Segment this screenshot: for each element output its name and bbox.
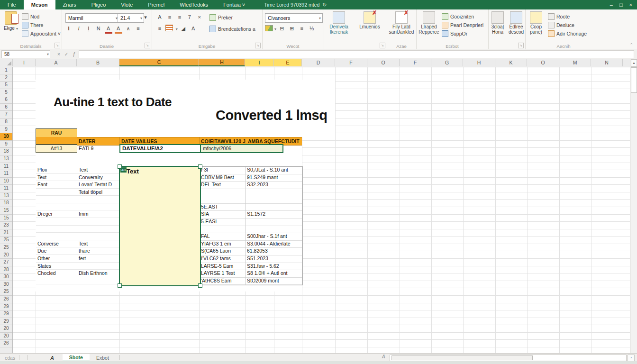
conditional-formatting-button[interactable]: DemvelaIkerenak [325,11,353,35]
cell-datevalue-formula[interactable]: DATEVALUF/A2 [119,144,202,153]
editing-item-adir[interactable]: Adir Chonage [548,29,587,38]
cells-item-peari[interactable]: Peari Denprieri [442,21,483,29]
underline-button[interactable]: I [85,25,92,32]
cell-b-row3[interactable]: Tetal tlöpel [79,189,102,196]
cells-item-gooizniten[interactable]: Gooizniten [442,12,483,21]
row-header-26[interactable]: 26 [0,340,12,347]
row-header-13[interactable]: 13 [0,155,12,163]
tab-split-handle[interactable]: A [382,354,385,359]
cell-v-row1[interactable]: 91.S249 mant [247,174,278,181]
column-header-N-16[interactable]: N [591,59,623,66]
column-header-D-7[interactable]: D [302,59,335,66]
row-header-27[interactable]: 27 [0,259,12,266]
font-more-button[interactable]: ≡ [134,25,142,32]
cell-a-row10[interactable]: Converse [37,240,59,247]
cell-b-row12[interactable]: fert [79,255,86,262]
cell-h-row2[interactable]: DEL Text [201,181,221,188]
vertical-scrollbar[interactable]: ▲ [630,59,637,353]
cell-h-row9[interactable]: FAL [201,233,210,240]
fill-style-icon[interactable] [265,25,273,31]
cell-v-row15[interactable]: StO2009 mont [247,277,279,284]
clipboard-item-appocistont[interactable]: Appocistont ˅ [22,29,61,38]
text-icon[interactable]: A [190,25,197,32]
cell-b-row11[interactable]: thare [79,247,90,255]
cell-a-row12[interactable]: Other [37,255,50,262]
cell-date-result[interactable]: mfochy/2006 [200,144,283,153]
cell-v-row14[interactable]: S8 1.0l¢ + Autl ont [247,270,288,277]
cell-h-row5[interactable]: 5E.AST [201,203,218,210]
row-header-7[interactable]: 7 [0,111,12,118]
row-header-23[interactable]: 23 [0,222,12,229]
row-header-18[interactable]: 18 [0,200,12,207]
sort-button[interactable]: 3cloa|Hona [489,11,507,35]
row-header-20[interactable]: 20 [0,325,12,333]
cell-v-row2[interactable]: S32.2023 [247,181,268,188]
editing-item-desiuce[interactable]: Desiuce [548,21,587,29]
sheet-tab-a[interactable]: A [50,355,54,361]
align-top-button[interactable]: A [156,13,164,21]
row-header-8[interactable]: 8 [0,118,12,126]
row-header-11[interactable]: 11 [0,170,12,178]
row-header-9[interactable]: 9 [0,141,12,148]
dialog-launcher-icon[interactable]: ↘ [518,43,524,48]
align-bottom-button[interactable]: ≡ [176,13,183,21]
enter-icon[interactable]: ✓ [63,52,70,57]
row-header-21[interactable]: 21 [0,229,12,237]
align-middle-button[interactable]: ≡ [166,13,173,21]
fill-color-button[interactable]: A [115,25,122,34]
selection-handle[interactable] [118,164,122,169]
format-as-table-button[interactable]: Lmuenios [354,11,385,30]
cell-h-row1[interactable]: CDBV.M9 Best [201,174,234,181]
menu-tab-fontaia[interactable]: Fontaia ˅ [216,0,253,9]
number-format-select[interactable]: Clvanoers▾ [265,13,323,23]
row-header-5[interactable]: 5 [0,89,12,97]
cell-a-row14[interactable]: Chocled [37,270,56,277]
insert-button[interactable]: LlrapedRepperce [417,11,441,35]
cell-rau[interactable]: RAU [36,128,77,137]
cell-b-row2[interactable]: Lovan' Tertat D [79,181,112,188]
cell-a13[interactable]: A#13 [36,145,77,153]
autosum-button[interactable]: Cooppane) [526,11,546,35]
column-header-E-6[interactable]: E [274,59,302,66]
clipboard-item-there[interactable]: There [22,21,61,29]
cell-v-row9[interactable]: S00Jhar - S.1f ant [247,233,287,240]
column-header-M-15[interactable]: M [559,59,591,66]
find-button[interactable]: Edlreedescod [507,11,525,35]
row-header-10[interactable]: 10 [0,178,12,185]
row-header-25[interactable]: 25 [0,288,12,296]
collapse-ribbon-icon[interactable]: ⌃ [629,43,633,47]
dialog-launcher-icon[interactable]: ↘ [55,43,60,48]
comma-icon[interactable]: ≡ [298,25,306,32]
row-header-9[interactable]: 9 [0,126,12,134]
menu-tab-znars[interactable]: Znars [55,0,84,9]
cancel-icon[interactable]: × [55,52,63,57]
row-header-2[interactable]: 2 [0,74,12,82]
scroll-right-icon[interactable]: › [628,355,635,362]
dialog-launcher-icon[interactable]: ↘ [255,43,261,48]
decimal-icon[interactable]: ⅓ [308,25,316,32]
cell-a-row6[interactable]: Dreger [37,210,53,218]
name-box[interactable]: 58▾ [1,50,50,58]
menu-tab-premel[interactable]: Premel [140,0,172,9]
row-header-25[interactable]: 25 [0,237,12,244]
accounting-icon[interactable]: ⊟ [278,25,286,32]
column-header-O-9[interactable]: O [367,59,400,66]
vertical-scroll-thumb[interactable] [631,67,637,93]
selected-range[interactable]: 48 Text [119,166,201,286]
merge-center-button[interactable]: Brendcatefions a [209,25,255,33]
cells-item-suppor[interactable]: SuppOr [442,29,483,38]
column-header-G-11[interactable]: G [431,59,463,66]
dialog-launcher-icon[interactable]: ↘ [145,43,150,48]
row-header-15[interactable]: 15 [0,207,12,215]
menu-tab-pligeo[interactable]: Pligeo [84,0,114,9]
row-header-6[interactable]: 6 [0,96,12,104]
row-header-25[interactable]: 25 [0,244,12,252]
orientation-button[interactable]: 7 [186,13,193,21]
select-all-corner[interactable] [0,59,13,66]
strikethrough-button[interactable]: N [95,25,102,32]
cell-a-row1[interactable]: Text [37,174,46,181]
horizontal-scrollbar[interactable] [390,355,627,361]
row-header-30[interactable]: 30 [0,281,12,289]
column-header-B-2[interactable]: B [77,59,119,66]
cell-h-row15[interactable]: 'AtHC8S Eam [201,277,231,284]
